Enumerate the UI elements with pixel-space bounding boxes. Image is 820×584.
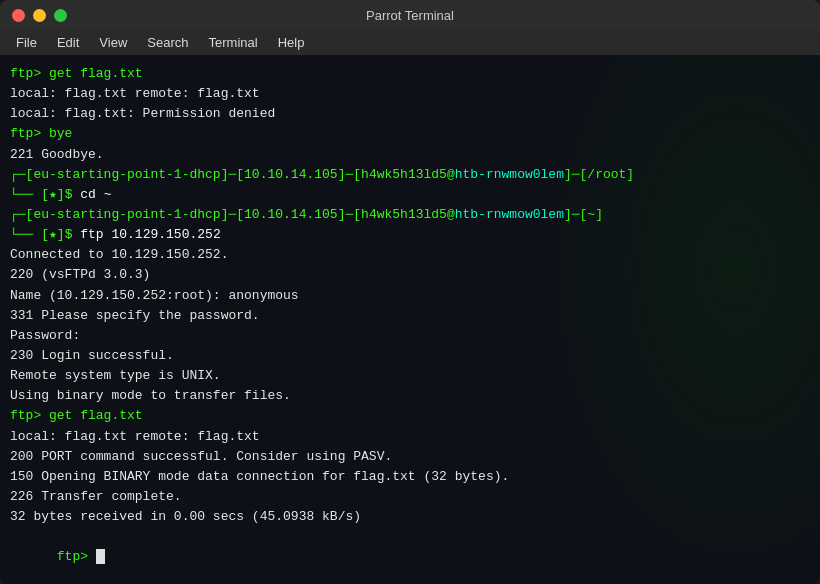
- line-connected: Connected to 10.129.150.252.: [10, 245, 810, 265]
- titlebar: Parrot Terminal: [0, 0, 820, 30]
- terminal-window: Parrot Terminal File Edit View Search Te…: [0, 0, 820, 584]
- line-226: 226 Transfer complete.: [10, 487, 810, 507]
- menu-view[interactable]: View: [91, 33, 135, 52]
- menu-edit[interactable]: Edit: [49, 33, 87, 52]
- line-4: ftp> bye: [10, 124, 810, 144]
- ftp-prompt: ftp>: [10, 527, 810, 584]
- line-local: local: flag.txt remote: flag.txt: [10, 427, 810, 447]
- traffic-lights: [12, 9, 67, 22]
- window-title: Parrot Terminal: [366, 8, 454, 23]
- terminal-output[interactable]: ftp> get flag.txt local: flag.txt remote…: [0, 56, 820, 584]
- maximize-button[interactable]: [54, 9, 67, 22]
- line-3: local: flag.txt: Permission denied: [10, 104, 810, 124]
- line-32bytes: 32 bytes received in 0.00 secs (45.0938 …: [10, 507, 810, 527]
- line-230: 230 Login successful.: [10, 346, 810, 366]
- line-200: 200 PORT command successful. Consider us…: [10, 447, 810, 467]
- minimize-button[interactable]: [33, 9, 46, 22]
- menubar: File Edit View Search Terminal Help: [0, 30, 820, 56]
- prompt-cmd-1: └── [★]$ cd ~: [10, 185, 810, 205]
- menu-file[interactable]: File: [8, 33, 45, 52]
- line-binary: Using binary mode to transfer files.: [10, 386, 810, 406]
- close-button[interactable]: [12, 9, 25, 22]
- line-331: 331 Please specify the password.: [10, 306, 810, 326]
- line-remote: Remote system type is UNIX.: [10, 366, 810, 386]
- line-150: 150 Opening BINARY mode data connection …: [10, 467, 810, 487]
- menu-terminal[interactable]: Terminal: [201, 33, 266, 52]
- prompt-line-1: ┌─[eu-starting-point-1-dhcp]─[10.10.14.1…: [10, 165, 810, 185]
- line-vsftpd: 220 (vsFTPd 3.0.3): [10, 265, 810, 285]
- prompt-line-2: ┌─[eu-starting-point-1-dhcp]─[10.10.14.1…: [10, 205, 810, 225]
- line-password: Password:: [10, 326, 810, 346]
- prompt-cmd-2: └── [★]$ ftp 10.129.150.252: [10, 225, 810, 245]
- line-2: local: flag.txt remote: flag.txt: [10, 84, 810, 104]
- menu-help[interactable]: Help: [270, 33, 313, 52]
- line-name: Name (10.129.150.252:root): anonymous: [10, 286, 810, 306]
- terminal-cursor: [96, 549, 105, 564]
- line-1: ftp> get flag.txt: [10, 64, 810, 84]
- menu-search[interactable]: Search: [139, 33, 196, 52]
- line-5: 221 Goodbye.: [10, 145, 810, 165]
- line-get: ftp> get flag.txt: [10, 406, 810, 426]
